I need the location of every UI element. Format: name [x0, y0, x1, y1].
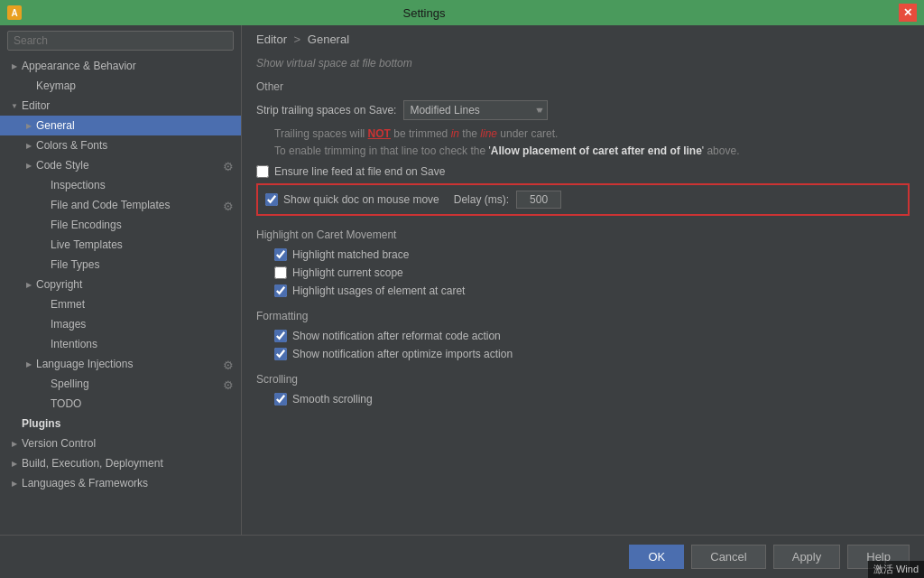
sidebar-item-file-encodings[interactable]: File Encodings — [0, 215, 241, 235]
arrow-icon — [36, 257, 51, 272]
highlight-usages-text: Highlight usages of element at caret — [292, 284, 465, 297]
sidebar-item-file-types[interactable]: File Types — [0, 255, 241, 275]
watermark: 激活 Wind — [868, 561, 924, 578]
gear-icon: ⚙ — [223, 378, 234, 389]
sidebar-item-live-templates[interactable]: Live Templates — [0, 235, 241, 255]
sidebar-item-language-injections[interactable]: Language Injections ⚙ — [0, 354, 241, 374]
sidebar-item-label: Colors & Fonts — [36, 139, 107, 152]
arrow-icon — [7, 59, 22, 73]
sidebar-item-label: File Encodings — [51, 219, 122, 231]
sidebar-item-emmet[interactable]: Emmet — [0, 294, 241, 314]
sidebar: Appearance & Behavior Keymap Editor Gene… — [0, 25, 242, 535]
sidebar-item-code-style[interactable]: Code Style ⚙ — [0, 155, 241, 175]
sidebar-item-label: File and Code Templates — [51, 199, 171, 211]
sidebar-item-plugins[interactable]: Plugins — [0, 414, 241, 434]
arrow-icon — [22, 138, 36, 153]
arrow-icon — [7, 436, 22, 451]
sidebar-item-label: Images — [51, 318, 86, 331]
sidebar-item-label: General — [36, 119, 75, 132]
delay-input[interactable] — [516, 191, 561, 209]
show-quick-doc-label[interactable]: Show quick doc on mouse move — [265, 193, 439, 206]
other-section-label: Other — [256, 80, 910, 93]
sidebar-item-label: Language Injections — [36, 358, 133, 370]
sidebar-item-file-code-templates[interactable]: File and Code Templates ⚙ — [0, 195, 241, 215]
cancel-button[interactable]: Cancel — [691, 545, 765, 569]
highlight-scope-row: Highlight current scope — [274, 266, 910, 279]
smooth-scroll-checkbox[interactable] — [274, 393, 287, 406]
optimize-notify-checkbox[interactable] — [274, 348, 287, 360]
highlight-section-label: Highlight on Caret Movement — [256, 228, 910, 241]
show-quick-doc-checkbox[interactable] — [265, 193, 278, 206]
arrow-icon — [7, 476, 22, 490]
ensure-line-feed-text: Ensure line feed at file end on Save — [274, 165, 445, 178]
format-notify-checkbox[interactable] — [274, 330, 287, 342]
sidebar-item-editor[interactable]: Editor — [0, 96, 241, 116]
sidebar-item-keymap[interactable]: Keymap — [0, 76, 241, 96]
format-notify-text: Show notification after reformat code ac… — [292, 330, 501, 342]
bold-allow: Allow placement of caret after end of li… — [491, 144, 702, 157]
content-area: Editor > General Show virtual space at f… — [242, 25, 924, 535]
ensure-line-feed-label[interactable]: Ensure line feed at file end on Save — [256, 165, 445, 178]
sidebar-item-images[interactable]: Images — [0, 314, 241, 334]
scrolled-hint: Show virtual space at file bottom — [256, 57, 910, 70]
optimize-notify-row: Show notification after optimize imports… — [274, 348, 910, 360]
gear-icon: ⚙ — [223, 160, 234, 171]
highlight-scope-label[interactable]: Highlight current scope — [274, 266, 403, 279]
smooth-scroll-label[interactable]: Smooth scrolling — [274, 393, 373, 406]
breadcrumb-separator: > — [294, 33, 304, 46]
smooth-scroll-row: Smooth scrolling — [274, 393, 910, 406]
highlight-matched-checkbox[interactable] — [274, 248, 287, 261]
close-button[interactable]: ✕ — [899, 4, 917, 22]
highlight-matched-text: Highlight matched brace — [292, 248, 409, 261]
ok-button[interactable]: OK — [629, 545, 684, 569]
arrow-icon — [22, 277, 36, 292]
search-input[interactable] — [7, 31, 234, 51]
arrow-icon — [36, 396, 51, 411]
quoted-text: 'Allow placement of caret after end of l… — [488, 144, 704, 157]
arrow-icon — [36, 198, 51, 212]
arrow-icon — [36, 178, 51, 192]
sidebar-item-build-exec[interactable]: Build, Execution, Deployment — [0, 453, 241, 473]
line-word: line — [480, 127, 497, 140]
arrow-icon — [22, 79, 36, 93]
sidebar-item-todo[interactable]: TODO — [0, 394, 241, 414]
highlight-matched-label[interactable]: Highlight matched brace — [274, 248, 409, 261]
sidebar-item-version-control[interactable]: Version Control — [0, 434, 241, 453]
sidebar-item-colors-fonts[interactable]: Colors & Fonts — [0, 135, 241, 155]
sidebar-item-spelling[interactable]: Spelling ⚙ — [0, 374, 241, 394]
sidebar-item-label: Code Style — [36, 159, 89, 172]
highlight-usages-row: Highlight usages of element at caret — [274, 284, 910, 297]
sidebar-item-label: Intentions — [51, 338, 97, 350]
sidebar-item-intentions[interactable]: Intentions — [0, 334, 241, 354]
optimize-notify-label[interactable]: Show notification after optimize imports… — [274, 348, 513, 360]
highlight-scope-checkbox[interactable] — [274, 266, 287, 279]
info-text: Trailing spaces will NOT be trimmed in t… — [274, 126, 910, 160]
strip-trailing-dropdown[interactable]: None All Modified Lines — [403, 100, 548, 120]
breadcrumb: Editor > General — [242, 25, 924, 53]
highlight-usages-checkbox[interactable] — [274, 284, 287, 297]
apply-button[interactable]: Apply — [773, 545, 841, 569]
smooth-scroll-text: Smooth scrolling — [292, 393, 373, 406]
sidebar-item-copyright[interactable]: Copyright — [0, 275, 241, 294]
strip-trailing-dropdown-wrapper: None All Modified Lines ▼ — [403, 100, 548, 120]
arrow-icon — [36, 297, 51, 312]
show-quick-doc-row: Show quick doc on mouse move Delay (ms): — [256, 183, 910, 216]
main-container: Appearance & Behavior Keymap Editor Gene… — [0, 25, 924, 535]
ensure-line-feed-checkbox[interactable] — [256, 165, 269, 178]
sidebar-item-appearance[interactable]: Appearance & Behavior — [0, 56, 241, 76]
sidebar-item-general[interactable]: General — [0, 116, 241, 135]
sidebar-item-label: Inspections — [51, 179, 106, 191]
sidebar-item-label: Emmet — [51, 298, 85, 311]
arrow-icon — [36, 337, 51, 351]
show-quick-doc-text: Show quick doc on mouse move — [283, 193, 439, 206]
sidebar-item-inspections[interactable]: Inspections — [0, 175, 241, 195]
bottom-bar: OK Cancel Apply Help — [0, 535, 924, 578]
sidebar-item-label: Version Control — [22, 437, 96, 450]
optimize-notify-text: Show notification after optimize imports… — [292, 348, 513, 360]
sidebar-item-label: Keymap — [36, 79, 76, 92]
format-notify-label[interactable]: Show notification after reformat code ac… — [274, 330, 501, 342]
highlight-usages-label[interactable]: Highlight usages of element at caret — [274, 284, 465, 297]
sidebar-item-label: Spelling — [51, 378, 89, 390]
sidebar-item-label: Appearance & Behavior — [22, 60, 136, 72]
sidebar-item-languages[interactable]: Languages & Frameworks — [0, 473, 241, 493]
